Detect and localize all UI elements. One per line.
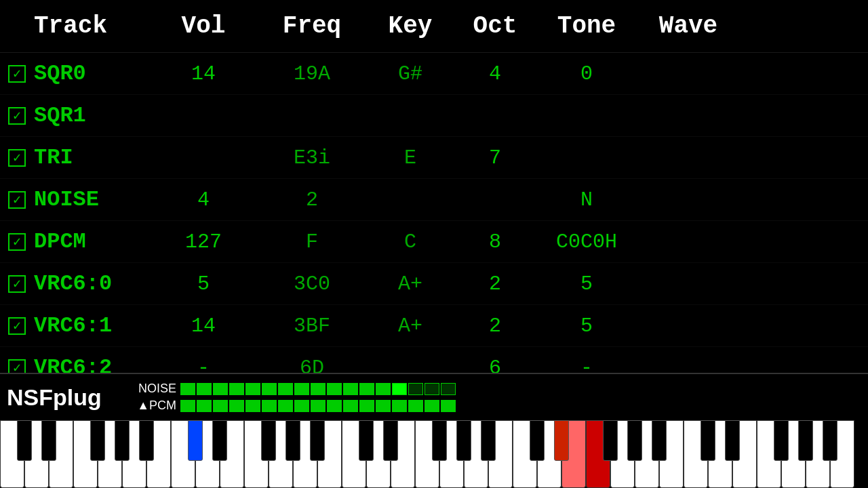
track-name-tri: TRI	[34, 145, 149, 170]
track-vol-sqr0: 14	[149, 62, 258, 85]
vu-bar-9	[327, 400, 342, 412]
track-row-tri: TRI E3i E 7	[0, 137, 868, 179]
white-key-5[interactable]	[122, 420, 146, 488]
vu-bar-11	[359, 400, 374, 412]
track-freq-sqr0: 19A	[258, 62, 366, 85]
track-tone-noise: N	[536, 188, 637, 211]
white-key-26[interactable]	[635, 420, 659, 488]
vu-bar-15	[425, 383, 439, 395]
piano-keyboard[interactable]	[0, 420, 868, 488]
checkbox-vrc60[interactable]	[0, 275, 34, 293]
track-oct-dpcm: 8	[454, 230, 536, 253]
white-key-23[interactable]	[561, 420, 586, 488]
white-key-33[interactable]	[806, 420, 830, 488]
white-key-29[interactable]	[708, 420, 732, 488]
white-key-20[interactable]	[488, 420, 513, 488]
checkbox-noise[interactable]	[0, 191, 34, 209]
vu-bar-7	[294, 383, 309, 395]
white-key-21[interactable]	[513, 420, 537, 488]
white-key-14[interactable]	[342, 420, 366, 488]
tracks-list: SQR0 14 19A G# 4 0 SQR1 TRI E3i E 7 NOIS…	[0, 53, 868, 389]
vu-bar-13	[392, 400, 407, 412]
col-header-freq: Freq	[258, 12, 366, 40]
track-name-sqr1: SQR1	[34, 103, 149, 128]
track-key-tri: E	[366, 146, 454, 169]
white-key-31[interactable]	[757, 420, 781, 488]
white-key-18[interactable]	[439, 420, 464, 488]
checkbox-tri[interactable]	[0, 149, 34, 167]
vu-bar-14	[408, 400, 423, 412]
checkbox-dpcm[interactable]	[0, 233, 34, 251]
white-key-28[interactable]	[684, 420, 708, 488]
white-key-2[interactable]	[49, 420, 73, 488]
white-key-1[interactable]	[24, 420, 49, 488]
track-key-dpcm: C	[366, 230, 454, 253]
col-header-tone: Tone	[536, 12, 637, 40]
white-key-13[interactable]	[317, 420, 342, 488]
track-row-sqr1: SQR1	[0, 95, 868, 137]
vu-bar-5	[262, 400, 277, 412]
white-key-25[interactable]	[610, 420, 635, 488]
white-key-22[interactable]	[537, 420, 561, 488]
vu-bar-6	[278, 400, 293, 412]
track-oct-sqr0: 4	[454, 62, 536, 85]
white-key-19[interactable]	[464, 420, 488, 488]
vu-bar-10	[343, 383, 358, 395]
track-name-sqr0: SQR0	[34, 61, 149, 86]
track-oct-vrc60: 2	[454, 272, 536, 296]
checkbox-sqr1[interactable]	[0, 107, 34, 125]
white-key-6[interactable]	[146, 420, 171, 488]
white-key-8[interactable]	[195, 420, 220, 488]
vu-bar-2	[213, 400, 228, 412]
track-vol-vrc61: 14	[149, 314, 258, 338]
track-row-vrc60: VRC6:0 5 3C0 A+ 2 5	[0, 263, 868, 305]
white-key-0[interactable]	[0, 420, 24, 488]
track-tone-dpcm: C0C0H	[536, 230, 637, 253]
checkbox-vrc61[interactable]	[0, 317, 34, 335]
white-key-24[interactable]	[586, 420, 610, 488]
vu-bar-7	[294, 400, 309, 412]
white-key-15[interactable]	[366, 420, 391, 488]
track-freq-vrc60: 3C0	[258, 272, 366, 296]
col-header-oct: Oct	[454, 12, 536, 40]
track-header: Track Vol Freq Key Oct Tone Wave	[0, 0, 868, 53]
track-tone-vrc61: 5	[536, 314, 637, 338]
vu-bar-12	[376, 383, 391, 395]
white-key-3[interactable]	[73, 420, 98, 488]
white-key-7[interactable]	[171, 420, 195, 488]
vu-bar-3	[229, 383, 244, 395]
vu-bar-10	[343, 400, 358, 412]
white-key-32[interactable]	[781, 420, 806, 488]
white-key-34[interactable]	[830, 420, 854, 488]
track-row-sqr0: SQR0 14 19A G# 4 0	[0, 53, 868, 95]
white-key-4[interactable]	[98, 420, 122, 488]
checkbox-sqr0[interactable]	[0, 65, 34, 83]
white-key-30[interactable]	[732, 420, 757, 488]
noise-vu-row: NOISE	[136, 382, 456, 396]
white-key-9[interactable]	[220, 420, 244, 488]
vu-bar-11	[359, 383, 374, 395]
white-key-10[interactable]	[244, 420, 269, 488]
vu-bar-0	[180, 383, 195, 395]
vu-bar-1	[197, 400, 212, 412]
vu-bar-2	[213, 383, 228, 395]
white-key-17[interactable]	[415, 420, 439, 488]
col-header-vol: Vol	[149, 12, 258, 40]
track-tone-vrc60: 5	[536, 272, 637, 296]
noise-vu-bars	[180, 383, 456, 395]
vu-bar-14	[408, 383, 423, 395]
vu-bar-8	[311, 400, 326, 412]
white-key-27[interactable]	[659, 420, 684, 488]
vu-bar-16	[441, 400, 456, 412]
white-key-11[interactable]	[269, 420, 293, 488]
track-key-sqr0: G#	[366, 62, 454, 85]
vu-bar-5	[262, 383, 277, 395]
col-header-key: Key	[366, 12, 454, 40]
track-name-noise: NOISE	[34, 187, 149, 212]
dpcm-label: ▲PCM	[136, 399, 176, 413]
vu-section: NOISE ▲PCM	[136, 382, 456, 413]
white-key-12[interactable]	[293, 420, 317, 488]
white-key-16[interactable]	[391, 420, 415, 488]
track-freq-vrc61: 3BF	[258, 314, 366, 338]
track-key-vrc61: A+	[366, 314, 454, 338]
